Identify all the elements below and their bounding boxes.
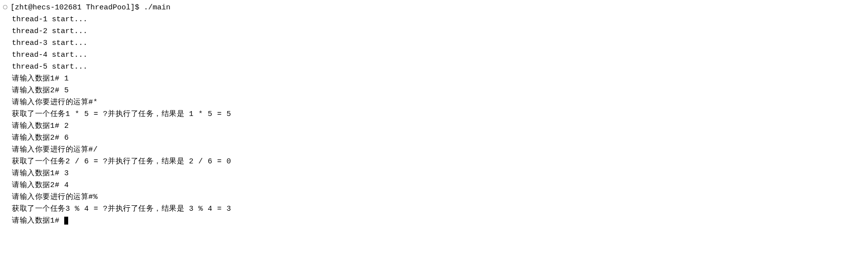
terminal-output-line: 获取了一个任务3 % 4 = ?并执行了任务，结果是 3 % 4 = 3 <box>0 203 868 215</box>
terminal-output-line: 请输入你要进行的运算#/ <box>0 144 868 156</box>
terminal-output-line: 请输入数据1# 1 <box>0 73 868 85</box>
terminal-output-line: thread-1 start... <box>0 14 868 26</box>
terminal-output-line: thread-4 start... <box>0 49 868 61</box>
prompt-text: [zht@hecs-102681 ThreadPool]$ ./main <box>10 3 170 12</box>
terminal-output-line: 获取了一个任务1 * 5 = ?并执行了任务，结果是 1 * 5 = 5 <box>0 109 868 120</box>
terminal-output-line: 请输入数据2# 5 <box>0 85 868 97</box>
input-prompt-text: 请输入数据1# <box>12 217 64 225</box>
terminal-output-line: 获取了一个任务2 / 6 = ?并执行了任务，结果是 2 / 6 = 0 <box>0 156 868 168</box>
terminal-output-line: 请输入数据2# 4 <box>0 180 868 191</box>
terminal-output-line: 请输入数据1# 3 <box>0 168 868 180</box>
terminal-prompt-line[interactable]: [zht@hecs-102681 ThreadPool]$ ./main <box>0 2 868 14</box>
prompt-indicator-icon <box>3 5 7 9</box>
terminal-output-line: 请输入数据2# 6 <box>0 132 868 144</box>
terminal-output-line: 请输入你要进行的运算#% <box>0 191 868 203</box>
terminal-output-line: 请输入你要进行的运算#* <box>0 97 868 109</box>
terminal-output-line: thread-2 start... <box>0 26 868 38</box>
terminal-input-line[interactable]: 请输入数据1# <box>0 215 868 227</box>
terminal-output-line: thread-5 start... <box>0 61 868 73</box>
terminal-output-line: 请输入数据1# 2 <box>0 120 868 132</box>
terminal-output-line: thread-3 start... <box>0 38 868 49</box>
cursor-icon <box>64 217 68 225</box>
